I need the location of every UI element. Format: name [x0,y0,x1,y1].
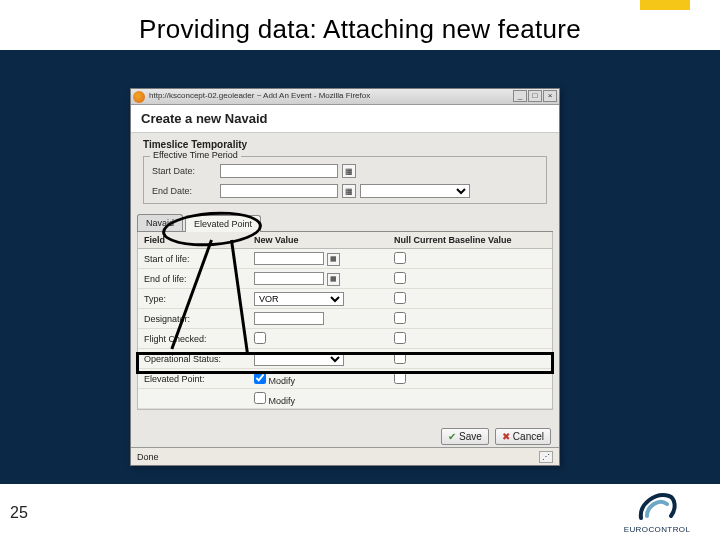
tab-navaid[interactable]: Navaid [137,214,183,231]
close-button[interactable]: × [543,90,557,102]
save-icon: ✔ [448,431,456,442]
field-label: Elevated Point: [138,371,248,387]
slide-title: Providing data: Attaching new feature [0,14,720,45]
row-type: Type: VOR [138,289,552,309]
field-label [138,396,248,402]
tab-strip: Navaid Elevated Point [137,212,553,232]
col-header-new-value: New Value [248,232,388,248]
modify-label: Modify [269,376,296,386]
fieldset-legend: Effective Time Period [150,150,241,160]
resize-grip-icon: ⋰ [539,451,553,463]
status-text: Done [137,452,159,462]
property-grid: Field New Value Null Current Baseline Va… [137,232,553,410]
cancel-button[interactable]: ✖Cancel [495,428,551,445]
footer-area: 25 EUROCONTROL [0,484,720,540]
row-designator: Designator: [138,309,552,329]
null-checkbox[interactable] [394,252,406,264]
end-date-input[interactable] [220,184,338,198]
row-flight-checked: Flight Checked: [138,329,552,349]
logo-text: EUROCONTROL [622,525,692,534]
calendar-icon[interactable]: ▦ [342,164,356,178]
null-checkbox[interactable] [394,352,406,364]
eurocontrol-logo: EUROCONTROL [622,488,692,534]
calendar-icon[interactable]: ▦ [327,253,340,266]
null-checkbox[interactable] [394,272,406,284]
save-button[interactable]: ✔Save [441,428,489,445]
field-label: End of life: [138,271,248,287]
row-elevated-point: Elevated Point: Modify [138,369,552,389]
accent-bar [640,0,690,10]
cancel-label: Cancel [513,431,544,442]
modify-label: Modify [269,396,296,406]
col-header-field: Field [138,232,248,248]
null-checkbox[interactable] [394,292,406,304]
field-label: Operational Status: [138,351,248,367]
start-of-life-input[interactable] [254,252,324,265]
browser-window: http://ksconcept-02.geoleader ~ Add An E… [130,88,560,466]
end-date-label: End Date: [152,186,216,196]
elevated-point-checkbox[interactable] [254,372,266,384]
row-extra: Modify [138,389,552,409]
save-label: Save [459,431,482,442]
type-select[interactable]: VOR [254,292,344,306]
title-area: Providing data: Attaching new feature [0,0,720,50]
end-of-life-input[interactable] [254,272,324,285]
extra-checkbox[interactable] [254,392,266,404]
field-label: Type: [138,291,248,307]
end-date-select[interactable] [360,184,470,198]
row-start-of-life: Start of life: ▦ [138,249,552,269]
col-header-null: Null Current Baseline Value [388,232,552,248]
page-heading: Create a new Navaid [131,105,559,133]
null-checkbox[interactable] [394,372,406,384]
start-date-input[interactable] [220,164,338,178]
effective-time-fieldset: Effective Time Period Start Date: ▦ End … [143,156,547,204]
calendar-icon[interactable]: ▦ [342,184,356,198]
field-label: Start of life: [138,251,248,267]
window-title-text: http://ksconcept-02.geoleader ~ Add An E… [149,91,370,100]
action-bar: ✔Save ✖Cancel [441,428,551,445]
null-checkbox[interactable] [394,332,406,344]
window-titlebar: http://ksconcept-02.geoleader ~ Add An E… [131,89,559,105]
tab-elevated-point[interactable]: Elevated Point [185,215,261,232]
calendar-icon[interactable]: ▦ [327,273,340,286]
designator-input[interactable] [254,312,324,325]
operational-status-select[interactable] [254,352,344,366]
null-checkbox[interactable] [394,312,406,324]
row-operational-status: Operational Status: [138,349,552,369]
field-label: Designator: [138,311,248,327]
row-end-of-life: End of life: ▦ [138,269,552,289]
flight-checked-checkbox[interactable] [254,332,266,344]
start-date-label: Start Date: [152,166,216,176]
firefox-icon [133,91,145,103]
cancel-icon: ✖ [502,431,510,442]
status-bar: Done ⋰ [131,447,559,465]
maximize-button[interactable]: □ [528,90,542,102]
field-label: Flight Checked: [138,331,248,347]
page-number: 25 [10,504,28,522]
minimize-button[interactable]: _ [513,90,527,102]
